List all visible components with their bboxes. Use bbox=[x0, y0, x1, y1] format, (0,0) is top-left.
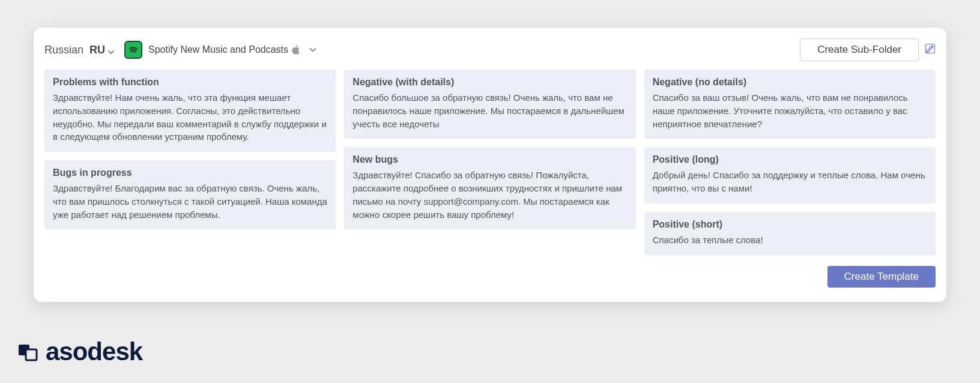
template-card[interactable]: Positive (long) Добрый день! Спасибо за … bbox=[644, 147, 936, 204]
template-card[interactable]: Negative (with details) Спасибо большое … bbox=[344, 70, 635, 139]
spotify-app-icon bbox=[124, 41, 142, 59]
template-title: Positive (long) bbox=[653, 154, 927, 165]
edit-icon[interactable] bbox=[925, 43, 936, 56]
templates-grid: Problems with function Здравствуйте! Нам… bbox=[42, 70, 938, 255]
asodesk-mark-icon bbox=[17, 341, 38, 363]
template-body: Спасибо за теплые слова! bbox=[653, 234, 927, 247]
app-name-label: Spotify New Music and Podcasts bbox=[148, 44, 288, 55]
template-card[interactable]: Problems with function Здравствуйте! Нам… bbox=[44, 70, 336, 152]
template-card[interactable]: New bugs Здравствуйте! Спасибо за обратн… bbox=[344, 147, 635, 229]
language-name: Russian bbox=[44, 44, 83, 56]
svg-rect-3 bbox=[26, 349, 37, 360]
template-title: Negative (with details) bbox=[352, 77, 627, 88]
panel-header: Russian RU Spotify New Music and Podcast… bbox=[42, 38, 938, 70]
templates-column: Problems with function Здравствуйте! Нам… bbox=[44, 70, 336, 229]
template-title: Positive (short) bbox=[653, 219, 927, 230]
template-body: Добрый день! Спасибо за поддержку и тепл… bbox=[653, 169, 927, 195]
language-code-dropdown[interactable]: RU bbox=[89, 44, 115, 56]
template-card[interactable]: Negative (no details) Спасибо за ваш отз… bbox=[644, 70, 936, 139]
create-template-button[interactable]: Create Template bbox=[827, 266, 936, 288]
template-body: Спасибо большое за обратную связь! Очень… bbox=[352, 91, 627, 130]
brand-logo: asodesk bbox=[17, 337, 142, 366]
template-body: Спасибо за ваш отзыв! Очень жаль, что ва… bbox=[653, 91, 927, 130]
template-title: Bugs in progress bbox=[53, 167, 327, 178]
app-selector[interactable]: Spotify New Music and Podcasts bbox=[148, 44, 317, 55]
chevron-down-icon bbox=[107, 46, 115, 53]
brand-name: asodesk bbox=[46, 337, 142, 366]
template-title: Negative (no details) bbox=[653, 77, 927, 88]
template-card[interactable]: Bugs in progress Здравствуйте! Благодари… bbox=[44, 160, 336, 229]
template-body: Здравствуйте! Благодарим вас за обратную… bbox=[53, 182, 327, 221]
templates-column: Negative (with details) Спасибо большое … bbox=[344, 70, 635, 229]
panel-footer: Create Template bbox=[42, 255, 938, 288]
template-body: Здравствуйте! Спасибо за обратную связь!… bbox=[352, 169, 627, 221]
template-title: New bugs bbox=[352, 154, 627, 165]
template-card[interactable]: Positive (short) Спасибо за теплые слова… bbox=[644, 212, 936, 255]
template-body: Здравствуйте! Нам очень жаль, что эта фу… bbox=[53, 91, 327, 143]
apple-icon bbox=[292, 45, 300, 55]
templates-panel: Russian RU Spotify New Music and Podcast… bbox=[34, 28, 946, 302]
template-title: Problems with function bbox=[53, 77, 327, 88]
create-subfolder-button[interactable]: Create Sub-Folder bbox=[800, 38, 919, 61]
chevron-down-icon bbox=[309, 46, 317, 54]
language-code-label: RU bbox=[89, 44, 105, 56]
templates-column: Negative (no details) Спасибо за ваш отз… bbox=[644, 70, 936, 255]
